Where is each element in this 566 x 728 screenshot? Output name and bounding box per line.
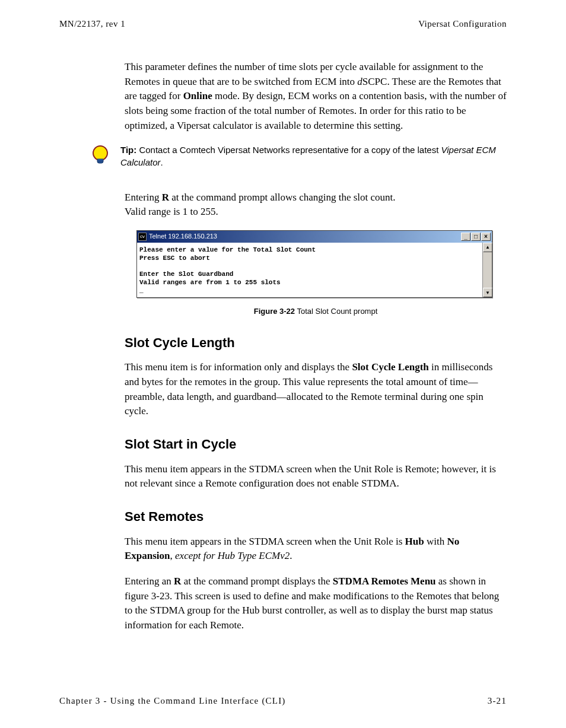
scroll-down-button[interactable]: ▼: [483, 288, 492, 297]
figure-caption: Figure 3-22 Total Slot Count prompt: [125, 306, 507, 317]
text-italic-except: except for Hub Type ECMv2: [175, 550, 290, 561]
heading-slot-start: Slot Start in Cycle: [125, 435, 507, 454]
page-content: This parameter defines the number of tim…: [125, 60, 507, 633]
figure-title: Total Slot Count prompt: [295, 307, 377, 316]
heading-slot-cycle-length: Slot Cycle Length: [125, 334, 507, 352]
text-bold: Slot Cycle Length: [352, 361, 428, 373]
text-bold-r: R: [162, 192, 169, 203]
text: at the command prompt displays the: [181, 576, 332, 587]
text-valid-range: Valid range is 1 to 255.: [125, 206, 218, 217]
tip-label: Tip:: [120, 145, 136, 155]
text-bold-menu: STDMA Remotes Menu: [333, 576, 436, 587]
heading-set-remotes: Set Remotes: [125, 508, 507, 526]
text-bold-hub: Hub: [405, 536, 424, 547]
text: .: [161, 157, 163, 167]
figure-3-22: cv Telnet 192.168.150.213 _ □ × Please e…: [136, 230, 507, 317]
para-set-remotes-2: Entering an R at the command prompt disp…: [125, 574, 507, 633]
telnet-title-text: Telnet 192.168.150.213: [149, 232, 461, 241]
lightbulb-icon: [92, 145, 109, 172]
text: Entering: [125, 192, 162, 203]
page-footer: Chapter 3 - Using the Command Line Inter…: [59, 695, 507, 707]
close-button[interactable]: ×: [481, 233, 491, 241]
scroll-up-button[interactable]: ▲: [483, 243, 492, 252]
tip-block: Tip: Contact a Comtech Vipersat Networks…: [92, 144, 507, 172]
tip-text: Tip: Contact a Comtech Vipersat Networks…: [120, 144, 507, 169]
figure-number: Figure 3-22: [254, 307, 295, 316]
header-right: Vipersat Configuration: [418, 18, 507, 30]
telnet-output: Please enter a value for the Total Slot …: [137, 243, 482, 298]
window-controls: _ □ ×: [461, 233, 491, 241]
telnet-body: Please enter a value for the Total Slot …: [137, 243, 492, 298]
text-italic-d: d: [357, 76, 363, 87]
minimize-button[interactable]: _: [461, 233, 470, 241]
para-entering-r: Entering R at the command prompt allows …: [125, 190, 507, 220]
scrollbar[interactable]: ▲ ▼: [482, 243, 492, 298]
telnet-titlebar: cv Telnet 192.168.150.213 _ □ ×: [137, 231, 492, 243]
text: with: [424, 536, 447, 547]
text: This menu item is for information only a…: [125, 361, 352, 373]
para-slot-start: This menu item appears in the STDMA scre…: [125, 462, 507, 491]
text-bold-r2: R: [174, 576, 181, 587]
footer-left: Chapter 3 - Using the Command Line Inter…: [59, 695, 286, 707]
page-header: MN/22137, rev 1 Vipersat Configuration: [59, 18, 507, 30]
para-set-remotes-1: This menu item appears in the STDMA scre…: [125, 535, 507, 564]
text: ,: [170, 550, 176, 561]
text: This menu item appears in the STDMA scre…: [125, 536, 405, 547]
text-bold-online: Online: [183, 90, 212, 101]
text: at the command prompt allows changing th…: [169, 192, 395, 203]
header-left: MN/22137, rev 1: [59, 18, 125, 30]
maximize-button[interactable]: □: [471, 233, 481, 241]
telnet-app-icon: cv: [138, 233, 147, 241]
text: .: [290, 550, 292, 561]
svg-point-0: [93, 146, 107, 160]
para-slot-count-intro: This parameter defines the number of tim…: [125, 60, 507, 133]
text: Contact a Comtech Vipersat Networks repr…: [136, 145, 441, 155]
telnet-window: cv Telnet 192.168.150.213 _ □ × Please e…: [136, 230, 492, 298]
para-slot-cycle-length: This menu item is for information only a…: [125, 360, 507, 419]
text: Entering an: [125, 576, 174, 587]
footer-right: 3-21: [488, 695, 507, 707]
